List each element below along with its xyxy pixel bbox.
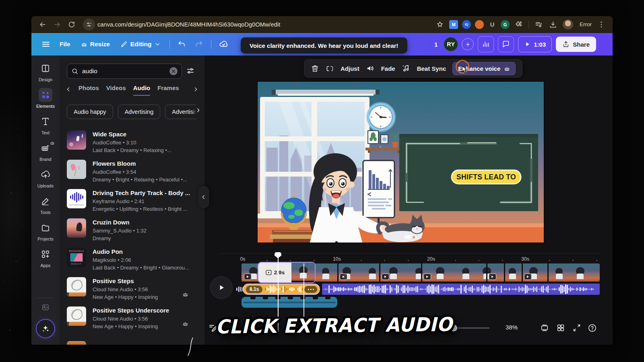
tab-frames[interactable]: Frames	[157, 84, 179, 95]
iq-extension-icon[interactable]: IQ	[462, 20, 471, 29]
bookmark-star-icon[interactable]	[434, 19, 446, 30]
wall-clock	[366, 103, 395, 132]
browser-menu-icon[interactable]	[596, 19, 607, 30]
sidebar-item-design[interactable]: Design	[31, 62, 60, 82]
sidebar-item-tools[interactable]: Tools	[31, 194, 60, 215]
clip-notch	[250, 297, 256, 299]
track-title: Flowers Bloom	[93, 159, 187, 168]
search-input[interactable]: audio	[67, 64, 182, 79]
photos-faint-icon[interactable]	[41, 303, 50, 313]
browser-chrome: canva.com/design/DAGimjBDONE/48MHIM4hSi6…	[31, 16, 613, 33]
list-item[interactable]: MAGIKSOLOBISCUITAudio PonMagiksolo • 2:0…	[67, 247, 199, 274]
undo-icon[interactable]	[176, 39, 188, 50]
clip-options-button[interactable]	[304, 286, 317, 293]
tabs-scroll-right-icon[interactable]	[192, 86, 199, 94]
list-item[interactable]: Cruzin DownSammy_S.Audio • 1:32Dreamy	[67, 218, 199, 244]
timeline-play-button[interactable]	[210, 276, 233, 299]
sidebar-item-text[interactable]: Text	[31, 115, 60, 135]
url-bar[interactable]: canva.com/design/DAGimjBDONE/48MHIM4hSi6…	[97, 21, 433, 28]
add-collaborator-button[interactable]	[462, 38, 474, 50]
tab-videos[interactable]: Videos	[106, 84, 126, 95]
track-artist-duration: Cloud Nine Audio • 3:56	[93, 315, 169, 323]
sidebar-item-label: Elements	[36, 104, 55, 109]
grammarly-extension-icon[interactable]: G	[501, 20, 510, 29]
tabs-scroll-left-icon[interactable]	[65, 86, 72, 94]
chips-scroll-right-icon[interactable]	[192, 107, 201, 115]
back-icon[interactable]	[37, 19, 48, 30]
selected-clip-frame: 2.9s	[258, 263, 291, 282]
design-canvas[interactable]: SHIFTS LEAD TO	[258, 82, 544, 243]
forward-icon[interactable]	[52, 19, 63, 30]
clip-seam	[522, 263, 523, 282]
beat-sync-icon[interactable]	[402, 64, 411, 73]
video-frame-thumb	[428, 263, 452, 282]
selected-audio-clip[interactable]: 8.1s	[243, 284, 320, 295]
adjust-button[interactable]: Adjust	[341, 65, 359, 72]
list-item[interactable]: Positive StepsCloud Nine Audio • 3:56New…	[67, 276, 199, 303]
collaborator-avatar[interactable]: RY	[444, 37, 458, 51]
sidebar-item-brand[interactable]: Brand	[31, 141, 60, 162]
track-tags: Energetic • Uplifting • Restless • Brigh…	[93, 205, 190, 213]
category-tabs: PhotosVideosAudioFramesShapes	[65, 84, 199, 96]
trash-icon[interactable]	[311, 64, 319, 73]
playhead[interactable]	[275, 252, 281, 258]
clear-search-icon[interactable]	[169, 67, 178, 75]
grid-view-icon[interactable]	[555, 323, 566, 333]
gmail-extension-icon[interactable]: M	[449, 20, 458, 29]
fullscreen-icon[interactable]	[572, 323, 582, 333]
site-info-icon[interactable]	[83, 19, 95, 31]
toast-message: Voice clarity enhanced. We hear you loud…	[250, 42, 398, 49]
tab-audio[interactable]: Audio	[133, 84, 151, 96]
present-button[interactable]: 1:03	[518, 36, 552, 52]
editing-mode-dropdown[interactable]: Editing	[116, 37, 165, 51]
reload-icon[interactable]	[66, 19, 77, 30]
secondary-audio-clip[interactable]	[242, 297, 337, 308]
list-item[interactable]: keyframeaudioDriving Tech Party Track - …	[67, 188, 199, 215]
selected-video-clip[interactable]: 2.9s	[258, 262, 316, 283]
resize-button[interactable]: Resize	[77, 37, 114, 51]
divider	[528, 21, 529, 29]
filter-chip-0[interactable]: Audio happy	[67, 105, 113, 119]
u-extension-icon[interactable]: U	[488, 20, 497, 29]
list-item[interactable]: Wide SpaceAudioCoffee • 3:10Laid Back • …	[67, 130, 199, 156]
list-item[interactable]: Positive Steps UnderscoreCloud Nine Audi…	[67, 306, 199, 332]
duration-view-icon[interactable]	[539, 323, 550, 333]
volume-icon[interactable]	[366, 64, 375, 73]
list-item[interactable]: Flowers BloomAudioCoffee • 3:54Dreamy • …	[67, 159, 199, 185]
help-icon[interactable]	[587, 323, 597, 333]
redo-icon[interactable]	[193, 39, 204, 50]
sidebar-item-apps[interactable]: Apps	[31, 247, 60, 268]
sidebar-item-label: Apps	[40, 263, 50, 268]
browser-profile-avatar[interactable]	[563, 19, 573, 30]
comments-button[interactable]	[498, 36, 514, 52]
fade-button[interactable]: Fade	[381, 65, 395, 72]
track-artist-duration: Keyframe Audio • 2:41	[93, 197, 190, 206]
search-filter-icon[interactable]	[186, 66, 195, 77]
panel-collapse-handle[interactable]	[198, 186, 209, 208]
hamburger-menu-icon[interactable]	[40, 39, 52, 50]
extensions-puzzle-icon[interactable]	[513, 19, 524, 30]
sidebar-item-label: Design	[39, 77, 52, 82]
flip-icon[interactable]	[326, 64, 334, 73]
filter-chip-1[interactable]: Advertising	[118, 105, 161, 119]
downloads-icon[interactable]	[547, 19, 559, 30]
sidebar-item-uploads[interactable]: Uploads	[31, 168, 60, 188]
insights-button[interactable]	[478, 36, 494, 52]
file-menu[interactable]: File	[56, 37, 74, 51]
media-list-icon[interactable]	[533, 19, 544, 30]
sidebar-item-projects[interactable]: Projects	[31, 221, 60, 241]
zoom-level: 38%	[506, 324, 518, 331]
beat-sync-button[interactable]: Beat Sync	[417, 65, 446, 72]
filter-chip-2[interactable]: Advertising	[165, 105, 196, 119]
audio-track-waveform[interactable]	[322, 284, 600, 295]
tab-photos[interactable]: Photos	[78, 84, 99, 95]
video-clip-duration: 2.9s	[274, 269, 285, 276]
magic-ai-button[interactable]	[36, 319, 55, 338]
sidebar-item-elements[interactable]: Elements	[31, 88, 60, 109]
track-artist-duration: Magiksolo • 2:06	[93, 256, 189, 264]
robot-extension-icon[interactable]	[475, 20, 484, 29]
track-artist-duration: Cloud Nine Audio • 3:56	[93, 286, 158, 294]
resize-label: Resize	[90, 41, 110, 48]
share-button[interactable]: Share	[556, 37, 596, 52]
desktop-background: canva.com/design/DAGimjBDONE/48MHIM4hSi6…	[0, 0, 644, 362]
